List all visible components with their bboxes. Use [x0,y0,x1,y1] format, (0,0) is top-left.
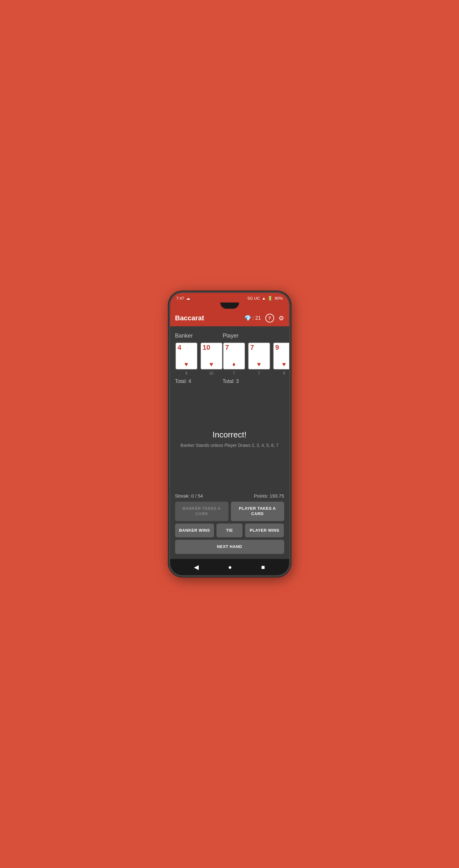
player-card-face-2: 9 ♥ [273,342,291,370]
status-bar: 7:47 ☁ 5G UC ▲ 🔋 90% [170,293,289,303]
banker-card-face-0: 4 ♥ [175,342,198,370]
feedback-result: Incorrect! [212,430,246,440]
banker-card-face-1: 10 ♥ [200,342,223,370]
signal-icon: ▲ [262,296,266,301]
gem-score-value: : 21 [253,315,261,321]
cloud-icon: ☁ [186,296,190,301]
banker-label: Banker [175,333,223,339]
player-hand: Player 7 ♦ 7 7 ♥ 7 [223,333,291,384]
banker-total: Total: 4 [175,379,223,384]
banker-takes-card-button[interactable]: BANKER TAKES A CARD [175,502,228,521]
player-card-face-1: 7 ♥ [248,342,270,370]
player-card-2: 9 ♥ 9 [273,342,291,375]
phone-frame: 7:47 ☁ 5G UC ▲ 🔋 90% Baccarat 💎 : 21 ? ⚙ [169,291,291,577]
network-label: 5G UC [248,296,260,301]
main-content: Banker 4 ♥ 4 10 ♥ 10 [170,326,289,502]
hands-row: Banker 4 ♥ 4 10 ♥ 10 [175,333,284,384]
settings-button[interactable]: ⚙ [279,314,284,322]
home-nav-icon[interactable]: ● [228,564,232,571]
status-left: 7:47 ☁ [176,296,190,301]
player-takes-card-button[interactable]: PLAYER TAKES A CARD [231,502,284,521]
feedback-detail: Banker Stands unless Player Draws 2, 3, … [180,443,279,448]
streak-stat: Streak: 0 / 54 [175,493,203,498]
gem-icon: 💎 [245,315,251,321]
action-row-top: BANKER TAKES A CARD PLAYER TAKES A CARD [175,502,284,521]
notch-area [170,303,289,310]
tie-button[interactable]: TIE [217,524,242,538]
stats-row: Streak: 0 / 54 Points: 193.75 [175,489,284,502]
banker-hand: Banker 4 ♥ 4 10 ♥ 10 [175,333,223,384]
banker-wins-button[interactable]: BANKER WINS [175,524,214,538]
banker-card-0: 4 ♥ 4 [175,342,198,375]
notch [220,303,239,309]
battery-level: 90% [275,296,283,301]
banker-card-1: 10 ♥ 10 [200,342,223,375]
status-time: 7:47 [176,296,184,301]
recents-nav-icon[interactable]: ■ [261,564,265,571]
status-right: 5G UC ▲ 🔋 90% [248,296,283,301]
player-cards: 7 ♦ 7 7 ♥ 7 9 [223,342,291,375]
help-button[interactable]: ? [265,314,274,322]
app-bar-actions: 💎 : 21 ? ⚙ [245,314,284,322]
battery-icon: 🔋 [267,296,272,301]
player-label: Player [223,333,291,339]
bottom-buttons: BANKER TAKES A CARD PLAYER TAKES A CARD … [170,502,289,559]
gem-score: 💎 : 21 [245,315,261,321]
nav-bar: ◀ ● ■ [170,559,289,575]
next-hand-button[interactable]: NEXT HAND [175,540,284,554]
banker-cards: 4 ♥ 4 10 ♥ 10 [175,342,223,375]
feedback-area: Incorrect! Banker Stands unless Player D… [175,389,284,489]
app-bar: Baccarat 💎 : 21 ? ⚙ [170,310,289,326]
back-nav-icon[interactable]: ◀ [194,563,199,571]
points-stat: Points: 193.75 [254,493,284,498]
action-row-mid: BANKER WINS TIE PLAYER WINS [175,524,284,538]
player-card-face-0: 7 ♦ [223,342,245,370]
player-card-0: 7 ♦ 7 [223,342,245,375]
player-wins-button[interactable]: PLAYER WINS [245,524,284,538]
player-total: Total: 3 [223,379,291,384]
app-title: Baccarat [175,314,245,322]
player-card-1: 7 ♥ 7 [248,342,270,375]
